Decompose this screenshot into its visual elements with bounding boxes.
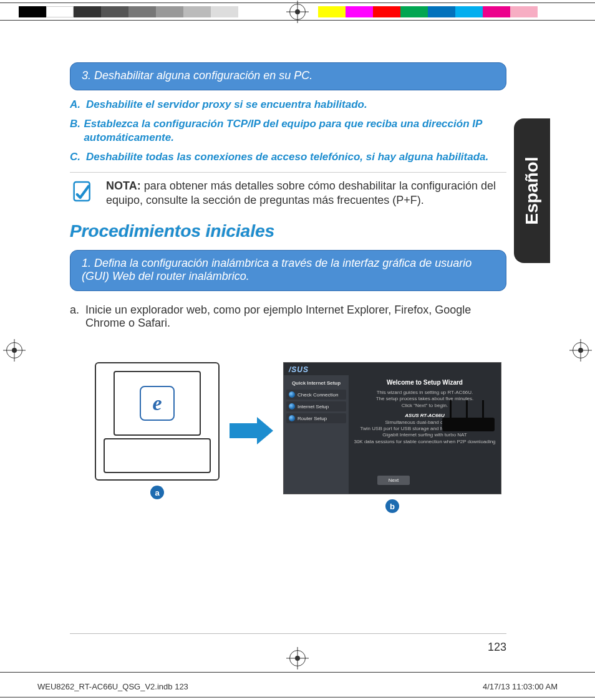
registration-mark-icon: [289, 650, 306, 666]
footer-slug-left: WEU8262_RT-AC66U_QSG_V2.indb 123: [37, 682, 188, 691]
substep-a-text: Deshabilite el servidor proxy si se encu…: [86, 98, 367, 111]
wizard-model-line: Gigabit Internet surfing with turbo NAT: [354, 432, 496, 438]
substep-c-text: Deshabilite todas las conexiones de acce…: [86, 150, 488, 163]
figure-label-a: a: [150, 486, 164, 499]
print-colorbar-right: [318, 6, 538, 17]
page-footer-rule: [70, 633, 506, 634]
wizard-main: Welcome to Setup Wizard This wizard guid…: [349, 375, 501, 494]
wizard-sidebar-item: Internet Setup: [286, 401, 346, 411]
wizard-sidebar-item: Check Connection: [286, 390, 346, 400]
substep-label: C.: [70, 150, 86, 163]
wizard-sidebar-header: Quick Internet Setup: [286, 378, 346, 390]
ie-icon: e: [140, 386, 175, 421]
step-1-box: 1. Defina la configuración inalámbrica a…: [70, 250, 506, 291]
wizard-model-line: 30K data sessions for stable connection …: [354, 439, 496, 445]
illustration-row: e a /SUS Quick Internet Setup Check Conn…: [95, 348, 506, 513]
wizard-title: Welcome to Setup Wizard: [354, 379, 496, 386]
svg-rect-0: [74, 182, 90, 201]
substep-label: A.: [70, 98, 86, 111]
language-tab-label: Español: [522, 157, 542, 225]
wizard-sidebar: Quick Internet Setup Check Connection In…: [284, 375, 349, 494]
note-label: NOTA:: [106, 180, 141, 192]
footer-slug-right: 4/17/13 11:03:00 AM: [483, 682, 558, 691]
substep-b-text: Establezca la configuración TCP/IP del e…: [84, 117, 506, 144]
body-item-text: Inicie un explorador web, como por ejemp…: [85, 304, 506, 330]
note-text: NOTA: para obtener más detalles sobre có…: [106, 179, 506, 208]
section-heading: Procedimientos iniciales: [70, 221, 506, 241]
registration-mark-icon: [289, 4, 306, 20]
step-3-box: 3. Deshabilitar alguna configuración en …: [70, 62, 506, 90]
wizard-sidebar-item: Router Setup: [286, 413, 346, 423]
note-icon: [70, 179, 95, 204]
language-tab: Español: [514, 118, 550, 263]
divider: [70, 172, 506, 173]
arrow-right-icon: [230, 417, 273, 444]
page-number: 123: [488, 641, 506, 654]
print-colorbar-left: [19, 6, 238, 17]
substep-label: B.: [70, 117, 84, 144]
substep-list: A. Deshabilite el servidor proxy si se e…: [70, 98, 506, 163]
laptop-illustration: e: [95, 362, 220, 481]
note-body: para obtener más detalles sobre cómo des…: [106, 180, 496, 206]
wizard-line: This wizard guides in setting up RT-AC66…: [354, 390, 496, 396]
router-icon: [442, 400, 495, 431]
body-item-label: a.: [70, 304, 85, 330]
setup-wizard-screenshot: /SUS Quick Internet Setup Check Connecti…: [283, 362, 501, 494]
wizard-next-button: Next: [377, 476, 410, 485]
registration-mark-icon: [573, 342, 589, 358]
registration-mark-icon: [6, 342, 22, 358]
brand-logo: /SUS: [289, 365, 309, 374]
figure-label-b: b: [385, 499, 399, 513]
